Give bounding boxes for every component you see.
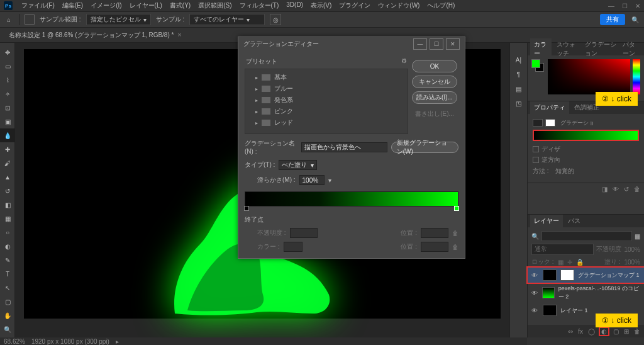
- shape-tool[interactable]: ▢: [0, 295, 15, 308]
- visibility-icon[interactable]: 👁: [531, 290, 538, 297]
- zoom-level[interactable]: 68.62%: [4, 338, 25, 345]
- eraser-tool[interactable]: ◧: [0, 198, 15, 212]
- type-tool[interactable]: T: [0, 267, 15, 281]
- preset-folder-blue[interactable]: ▸ブルー: [249, 83, 404, 94]
- menu-type[interactable]: 書式(Y): [166, 0, 194, 11]
- gradient-stop-right[interactable]: [454, 206, 459, 211]
- document-tab[interactable]: 名称未設定 1 @ 68.6% (グラデーションマップ 1, RGB/8) * …: [4, 29, 186, 42]
- layer-thumb[interactable]: [543, 269, 557, 281]
- visibility-icon[interactable]: 👁: [531, 307, 539, 314]
- type-dropdown[interactable]: べた塗り▾: [279, 160, 317, 170]
- layer-search[interactable]: [541, 231, 632, 241]
- maximize-icon[interactable]: ☐: [622, 3, 628, 9]
- eyedropper-tool[interactable]: 💧: [0, 128, 15, 142]
- menu-file[interactable]: ファイル(F): [18, 0, 58, 11]
- gradient-preview[interactable]: [533, 130, 639, 141]
- menu-select[interactable]: 選択範囲(S): [194, 0, 235, 11]
- fill-value[interactable]: 100%: [624, 259, 640, 266]
- lock-position-icon[interactable]: ✛: [567, 259, 572, 266]
- new-layer-icon[interactable]: ⊞: [624, 328, 629, 335]
- delete-layer-icon[interactable]: 🗑: [634, 328, 640, 335]
- clip-icon[interactable]: ◨: [602, 186, 608, 193]
- menu-layer[interactable]: レイヤー(L): [126, 0, 166, 11]
- crop-tool[interactable]: ⊡: [0, 101, 15, 115]
- character-panel-icon[interactable]: A|: [516, 57, 521, 64]
- move-tool[interactable]: ✥: [0, 45, 15, 59]
- tab-layers[interactable]: レイヤー: [530, 215, 563, 227]
- wand-tool[interactable]: ✧: [0, 87, 15, 101]
- gradient-stop-left[interactable]: [244, 206, 249, 211]
- stamp-tool[interactable]: ▲: [0, 170, 15, 184]
- gradient-bar[interactable]: [245, 191, 458, 206]
- group-icon[interactable]: ▢: [613, 328, 619, 335]
- layer-name[interactable]: グラデーションマップ 1: [578, 271, 640, 280]
- mask-add-icon[interactable]: ◯: [588, 328, 595, 335]
- layer-thumb[interactable]: [542, 287, 555, 298]
- chevron-down-icon[interactable]: ▾: [328, 177, 331, 184]
- blur-tool[interactable]: ○: [0, 225, 15, 239]
- gradient-name-input[interactable]: [301, 142, 387, 152]
- dither-checkbox[interactable]: ディザ: [533, 145, 639, 154]
- chevron-right-icon[interactable]: ▸: [116, 338, 119, 345]
- opacity-value[interactable]: 100%: [624, 246, 640, 253]
- search-icon[interactable]: 🔍: [630, 16, 640, 23]
- dialog-minimize[interactable]: —: [413, 38, 427, 50]
- brush-tool[interactable]: 🖌: [0, 156, 15, 170]
- marquee-tool[interactable]: ▭: [0, 59, 15, 73]
- minimize-icon[interactable]: —: [608, 3, 614, 9]
- preset-folder-red[interactable]: ▸レッド: [249, 117, 404, 128]
- preset-folder-vivid[interactable]: ▸発色系: [249, 94, 404, 106]
- ok-button[interactable]: OK: [412, 60, 457, 72]
- lock-all-icon[interactable]: 🔒: [576, 259, 584, 266]
- histogram-panel-icon[interactable]: ▤: [516, 86, 521, 93]
- navigator-panel-icon[interactable]: ◳: [516, 100, 521, 107]
- fx-icon[interactable]: fx: [578, 328, 583, 335]
- color-picker-area[interactable]: [548, 59, 630, 94]
- gear-icon[interactable]: ⚙: [401, 57, 407, 66]
- method-value[interactable]: 知覚的: [555, 167, 574, 176]
- menu-help[interactable]: ヘルプ(H): [423, 0, 458, 11]
- frame-tool[interactable]: ▣: [0, 115, 15, 128]
- preset-folder-pink[interactable]: ▸ピンク: [249, 106, 404, 117]
- filter-icon[interactable]: ▦: [635, 233, 640, 240]
- link-icon[interactable]: ⇔: [568, 328, 573, 335]
- close-icon[interactable]: ✕: [635, 3, 640, 9]
- layer-thumb[interactable]: [543, 305, 557, 316]
- layer-name[interactable]: pexels-pascal-...-105819 のコピー 2: [558, 285, 640, 301]
- share-button[interactable]: 共有: [600, 14, 625, 25]
- menu-filter[interactable]: フィルター(T): [236, 0, 283, 11]
- dialog-close[interactable]: ✕: [446, 38, 460, 50]
- lock-pixels-icon[interactable]: ▦: [558, 259, 564, 266]
- dodge-tool[interactable]: ◐: [0, 239, 15, 253]
- tab-close-icon[interactable]: ×: [177, 31, 181, 38]
- zoom-tool[interactable]: 🔍: [0, 322, 15, 336]
- menu-view[interactable]: 表示(V): [307, 0, 335, 11]
- tab-properties[interactable]: プロパティ: [530, 101, 569, 114]
- gradient-tool[interactable]: ▦: [0, 212, 15, 225]
- preset-list[interactable]: ▸基本 ▸ブルー ▸発色系 ▸ピンク ▸レッド: [245, 69, 408, 134]
- new-gradient-button[interactable]: 新規グラデーション(W): [391, 142, 458, 153]
- heal-tool[interactable]: ✚: [0, 142, 15, 156]
- cancel-button[interactable]: キャンセル: [412, 76, 457, 88]
- menu-image[interactable]: イメージ(I): [87, 0, 125, 11]
- layer-gradient-map[interactable]: 👁 グラデーションマップ 1: [528, 268, 644, 283]
- eye-icon[interactable]: 👁: [613, 186, 619, 193]
- menu-window[interactable]: ウィンドウ(W): [374, 0, 423, 11]
- reverse-checkbox[interactable]: 逆方向: [533, 156, 639, 164]
- tab-paths[interactable]: パス: [568, 217, 580, 225]
- home-icon[interactable]: ⌂: [4, 14, 14, 25]
- history-brush-tool[interactable]: ↺: [0, 184, 15, 198]
- sample-ring-icon[interactable]: ◎: [270, 14, 281, 25]
- panel-fg-color[interactable]: [531, 59, 540, 68]
- hand-tool[interactable]: ✋: [0, 308, 15, 322]
- trash-icon[interactable]: 🗑: [634, 186, 640, 193]
- blend-mode-dropdown[interactable]: 通常: [531, 244, 594, 255]
- tool-icon-eyedropper[interactable]: [25, 14, 35, 25]
- menu-edit[interactable]: 編集(E): [58, 0, 87, 11]
- menu-plugin[interactable]: プラグイン: [335, 0, 374, 11]
- visibility-icon[interactable]: 👁: [531, 272, 539, 279]
- path-tool[interactable]: ↖: [0, 281, 15, 295]
- paragraph-panel-icon[interactable]: ¶: [517, 71, 520, 78]
- lasso-tool[interactable]: ⌇: [0, 73, 15, 87]
- hue-slider[interactable]: [633, 59, 640, 94]
